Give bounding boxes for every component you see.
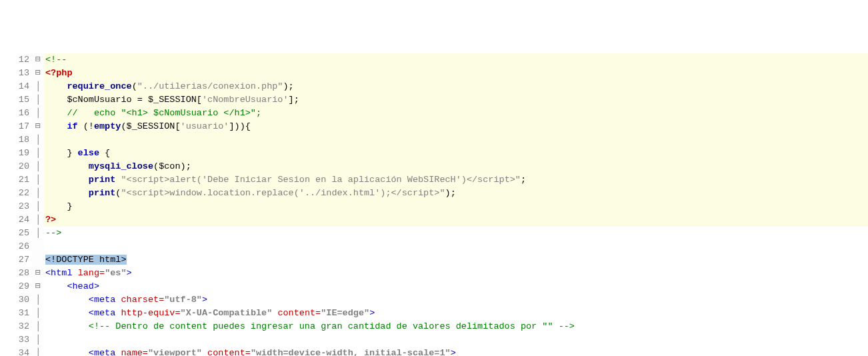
code-line[interactable]: print("<script>window.location.replace('…	[44, 187, 868, 200]
fold-marker[interactable]: │	[32, 147, 44, 160]
fold-marker[interactable]: │	[32, 213, 44, 227]
line-number: 13	[0, 67, 29, 80]
fold-marker[interactable]: │	[32, 333, 44, 347]
line-number: 16	[0, 107, 29, 120]
line-number: 31	[0, 307, 29, 320]
code-line[interactable]: <html lang="es">	[44, 267, 868, 280]
fold-marker[interactable]: ⊟	[32, 280, 44, 293]
line-number: 15	[0, 93, 29, 107]
fold-marker[interactable]: │	[32, 93, 44, 107]
code-editor[interactable]: 1213141516171819202122232425262728293031…	[0, 53, 868, 356]
line-number: 30	[0, 293, 29, 307]
line-number: 25	[0, 227, 29, 240]
line-number: 23	[0, 200, 29, 213]
line-number: 24	[0, 213, 29, 227]
fold-marker[interactable]: ⊟	[32, 267, 44, 280]
code-line[interactable]: <meta name="viewport" content="width=dev…	[44, 347, 868, 356]
code-line[interactable]: <!DOCTYPE html>	[44, 253, 868, 267]
fold-marker[interactable]: │	[32, 320, 44, 333]
code-line[interactable]: }	[44, 200, 868, 213]
line-number: 33	[0, 333, 29, 347]
code-line[interactable]	[44, 240, 868, 253]
code-line[interactable]: mysqli_close($con);	[44, 160, 868, 173]
line-number: 20	[0, 160, 29, 173]
code-line[interactable]: // echo "<h1> $cNomUsuario </h1>";	[44, 107, 868, 120]
line-number: 21	[0, 173, 29, 187]
fold-marker[interactable]: │	[32, 347, 44, 356]
line-number: 22	[0, 187, 29, 200]
code-line[interactable]: <!-- Dentro de content puedes ingresar u…	[44, 320, 868, 333]
fold-gutter[interactable]: ⊟⊟│││⊟││││││││ ⊟⊟││││││││	[32, 53, 44, 356]
line-number: 27	[0, 253, 29, 267]
line-number: 12	[0, 53, 29, 67]
fold-marker[interactable]: ⊟	[32, 120, 44, 133]
line-number: 32	[0, 320, 29, 333]
fold-marker[interactable]: │	[32, 107, 44, 120]
code-line[interactable]: } else {	[44, 147, 868, 160]
fold-marker[interactable]: │	[32, 80, 44, 93]
code-line[interactable]: <meta http-equiv="X-UA-Compatible" conte…	[44, 307, 868, 320]
fold-marker[interactable]: │	[32, 160, 44, 173]
code-line[interactable]: <!--	[44, 53, 868, 67]
line-number: 29	[0, 280, 29, 293]
fold-marker[interactable]: ⊟	[32, 67, 44, 80]
code-line[interactable]: print "<script>alert('Debe Iniciar Sesio…	[44, 173, 868, 187]
fold-marker[interactable]: │	[32, 307, 44, 320]
code-line[interactable]: $cNomUsuario = $_SESSION['cNombreUsuario…	[44, 93, 868, 107]
line-number: 18	[0, 133, 29, 147]
code-line[interactable]	[44, 133, 868, 147]
line-number: 19	[0, 147, 29, 160]
line-number: 14	[0, 80, 29, 93]
line-number: 26	[0, 240, 29, 253]
line-number: 28	[0, 267, 29, 280]
line-number: 34	[0, 347, 29, 356]
fold-marker[interactable]	[32, 240, 44, 253]
code-line[interactable]: ?>	[44, 213, 868, 227]
code-line[interactable]: <meta charset="utf-8">	[44, 293, 868, 307]
code-line[interactable]: <head>	[44, 280, 868, 293]
code-line[interactable]: if (!empty($_SESSION['usuario'])){	[44, 120, 868, 133]
code-line[interactable]: require_once("../utilerias/conexion.php"…	[44, 80, 868, 93]
fold-marker[interactable]: │	[32, 173, 44, 187]
fold-marker[interactable]: ⊟	[32, 53, 44, 67]
fold-marker[interactable]: │	[32, 293, 44, 307]
fold-marker[interactable]: │	[32, 200, 44, 213]
line-number-gutter: 1213141516171819202122232425262728293031…	[0, 53, 32, 356]
code-area[interactable]: <!--<?php require_once("../utilerias/con…	[44, 53, 868, 356]
fold-marker[interactable]: │	[32, 187, 44, 200]
code-line[interactable]: <?php	[44, 67, 868, 80]
code-line[interactable]	[44, 333, 868, 347]
fold-marker[interactable]: │	[32, 227, 44, 240]
line-number: 17	[0, 120, 29, 133]
fold-marker[interactable]	[32, 253, 44, 267]
fold-marker[interactable]: │	[32, 133, 44, 147]
code-line[interactable]: -->	[44, 227, 868, 240]
